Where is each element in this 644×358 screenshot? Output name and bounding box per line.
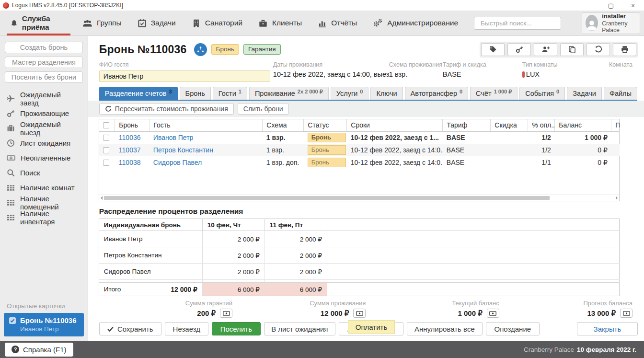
select-all-checkbox[interactable]	[103, 122, 109, 128]
nav-item-administration[interactable]: Администрирование	[373, 11, 458, 35]
late-button[interactable]: Опоздание	[486, 322, 540, 335]
no-show-button[interactable]: Незаезд	[165, 322, 208, 335]
sidebar-item-inventory-availability[interactable]: Наличие инвентаря	[0, 210, 88, 225]
distribution-row[interactable]: Петров Константин 2 000 ₽ 2 000 ₽	[99, 247, 619, 264]
cell-booking-id[interactable]: 110038	[115, 156, 150, 169]
lodging-payment-button[interactable]	[353, 309, 366, 318]
scrollbar-thumb[interactable]	[104, 196, 550, 200]
sidebar-item-waiting-list[interactable]: Лист ожидания	[0, 136, 88, 150]
tab-tasks[interactable]: Задачи	[567, 87, 602, 100]
row-checkbox[interactable]	[103, 135, 109, 141]
cell-day2-amount[interactable]: 2 000 ₽	[264, 247, 327, 264]
scroll-left-arrow[interactable]	[101, 196, 103, 200]
nav-item-front-desk[interactable]: Служба приёма	[11, 11, 67, 35]
dates-value[interactable]: 10-12 фев 2022, заезд с 14:00, выез...	[273, 70, 389, 78]
add-guest-button[interactable]	[534, 43, 557, 56]
tariff-value[interactable]: BASE	[443, 70, 522, 78]
nav-item-clients[interactable]: Клиенты	[258, 11, 302, 35]
horizontal-scrollbar[interactable]	[99, 195, 619, 201]
split-hierarchy-icon[interactable]	[194, 43, 207, 56]
sidebar-item-inhouse-guests[interactable]: Проживающие	[0, 106, 88, 121]
current-balance-value: 1 000 ₽	[458, 309, 482, 318]
waitlist-button[interactable]: В лист ожидания	[264, 322, 335, 335]
cell-day2-amount[interactable]: 2 000 ₽	[264, 231, 327, 247]
split-wizard-button[interactable]: Мастер разделения	[5, 57, 83, 68]
sidebar-item-unpaid[interactable]: Неоплаченные	[0, 150, 88, 165]
row-checkbox[interactable]	[103, 160, 109, 166]
forecast-payment-button[interactable]	[620, 309, 632, 318]
help-button[interactable]: ? Справка (F1)	[5, 343, 73, 357]
total-day2: 6 000 ₽	[264, 283, 327, 296]
row-checkbox[interactable]	[103, 147, 109, 153]
roomtype-value[interactable]: LUX	[526, 70, 540, 78]
window-title: Logus HMS v2.8.45.0 [DESKTOP-38SJ2KI]	[12, 2, 123, 9]
tab-booking[interactable]: Бронь	[180, 87, 211, 100]
tab-transfer[interactable]: Автотрансфер0	[405, 87, 469, 100]
annul-all-button[interactable]: Аннулировать все	[407, 322, 483, 335]
tags-button[interactable]	[481, 43, 505, 56]
table-row[interactable]: 110036 Иванов Петр 1 взр. Бронь 10-12 фе…	[99, 131, 620, 144]
pay-button[interactable]: Оплатить	[348, 320, 395, 334]
copy-button[interactable]	[560, 43, 584, 56]
cell-guest[interactable]: Петров Константин	[150, 144, 263, 156]
cell-booking-id[interactable]: 110036	[115, 131, 150, 144]
cell-day1-amount[interactable]: 2 000 ₽	[202, 247, 264, 264]
cell-dates: 10-12 фев 2022, заезд с 1...	[347, 131, 443, 144]
recalculate-button[interactable]: Пересчитать стоимость проживания	[99, 103, 234, 115]
print-button[interactable]	[613, 43, 636, 56]
cell-guest[interactable]: Сидоров Павел	[150, 156, 263, 169]
minimize-button[interactable]: —	[578, 0, 600, 11]
check-in-button[interactable]: Поселить	[212, 322, 261, 335]
close-card-button[interactable]: Закрыть	[577, 322, 638, 335]
sidebar-item-expected-arrival[interactable]: Ожидаемый заезд	[0, 91, 88, 106]
checkin-without-booking-button[interactable]: Поселить без брони	[5, 71, 83, 83]
tab-account[interactable]: Счёт1 000 ₽	[470, 87, 518, 100]
merge-bookings-button[interactable]: Слить брони	[238, 103, 289, 115]
nav-item-groups[interactable]: Группы	[82, 11, 122, 35]
sidebar-item-expected-departure[interactable]: Ожидаемый выезд	[0, 121, 88, 136]
distribution-row[interactable]: Сидоров Павел 2 000 ₽ 2 000 ₽	[99, 264, 619, 280]
scroll-right-arrow[interactable]	[616, 196, 618, 200]
cell-day2-amount[interactable]: 2 000 ₽	[264, 264, 327, 280]
nav-item-sanatorium[interactable]: Санаторий	[192, 11, 242, 35]
scheme-value[interactable]: 1 взр.	[389, 70, 443, 78]
cell-booking-id[interactable]: 110037	[115, 144, 150, 156]
table-row[interactable]: 110038 Сидоров Павел 1 взр. доп. Бронь 1…	[99, 156, 620, 169]
cell-guest[interactable]: Иванов Петр	[150, 131, 263, 144]
tab-services[interactable]: Услуги0	[331, 87, 369, 100]
sidebar-item-search[interactable]: Поиск	[0, 165, 88, 180]
tab-guests[interactable]: Гости1	[213, 87, 247, 100]
distribution-total-row: Итого 12 000 ₽ 6 000 ₽ 6 000 ₽	[99, 283, 619, 296]
create-booking-button[interactable]: Создать бронь	[5, 42, 83, 53]
sidebar-item-room-availability[interactable]: Наличие комнат	[0, 180, 88, 195]
search-input[interactable]	[481, 20, 565, 27]
tab-keys[interactable]: Ключи	[370, 87, 402, 100]
app-logo-icon	[3, 2, 9, 9]
guarantee-payment-button[interactable]	[220, 309, 232, 318]
keys-button[interactable]	[507, 43, 531, 56]
history-button[interactable]	[586, 43, 610, 56]
building-icon	[192, 19, 201, 28]
nav-item-tasks[interactable]: Задачи	[138, 11, 176, 35]
balance-payment-button[interactable]	[487, 309, 499, 318]
cell-day1-amount[interactable]: 2 000 ₽	[202, 231, 264, 247]
sidebar-item-facility-availability[interactable]: Наличие помещений	[0, 195, 88, 210]
tab-bill-split[interactable]: Разделение счетов3	[99, 87, 178, 100]
guest-name-input[interactable]	[99, 70, 270, 82]
table-row[interactable]: 110037 Петров Константин 1 взр. Бронь 10…	[99, 144, 620, 156]
nav-item-reports[interactable]: Отчёты	[318, 11, 357, 35]
maximize-button[interactable]: ▢	[600, 0, 622, 11]
cell-dates: 10-12 фев 2022, заезд с 14:0...	[347, 144, 443, 156]
annul-button[interactable]: Аннулировать Оплатить	[339, 322, 403, 335]
save-button[interactable]: Сохранить	[99, 322, 161, 335]
cell-scheme: 1 взр.	[263, 131, 304, 144]
tab-lodging[interactable]: Проживание2х 2 000 ₽	[249, 87, 329, 100]
split-toolbar: Пересчитать стоимость проживания Слить б…	[88, 101, 644, 117]
cell-day1-amount[interactable]: 2 000 ₽	[202, 264, 264, 280]
tab-events[interactable]: События0	[519, 87, 565, 100]
close-button[interactable]: ×	[622, 0, 644, 11]
open-card-booking[interactable]: Бронь №110036 Иванов Петр	[4, 313, 84, 336]
distribution-row[interactable]: Иванов Петр 2 000 ₽ 2 000 ₽	[99, 231, 619, 247]
user-panel[interactable]: installer Cranberry Palace	[582, 12, 640, 34]
tab-files[interactable]: Файлы	[604, 87, 637, 100]
